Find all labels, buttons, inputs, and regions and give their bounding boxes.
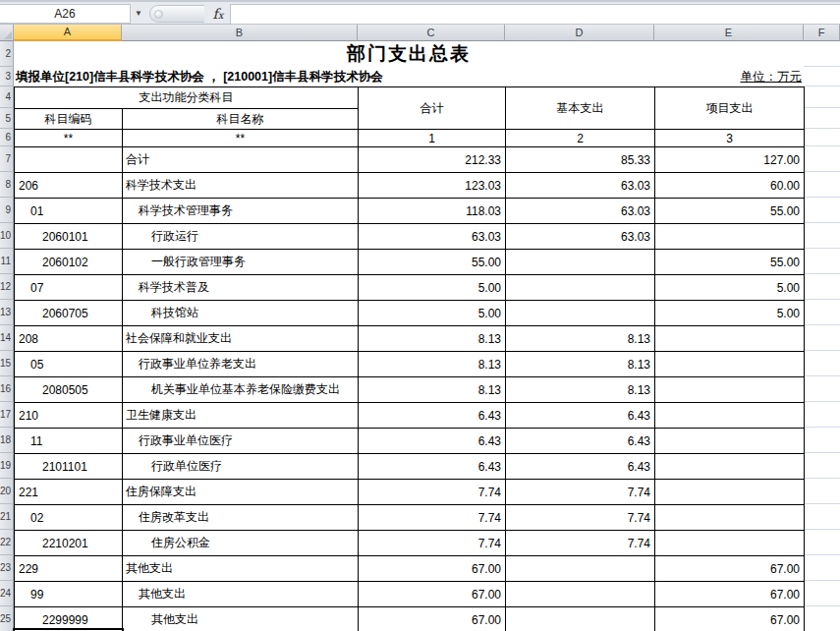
column-header-A[interactable]: A [14, 25, 122, 41]
cell-basic[interactable] [506, 556, 655, 582]
cell-project[interactable] [655, 352, 805, 377]
cell-total[interactable]: 6.43 [359, 454, 506, 480]
row-header-13[interactable]: 13 [0, 300, 14, 325]
cell-code[interactable]: 2060705 [15, 301, 123, 326]
cell-total[interactable]: 7.74 [359, 505, 506, 531]
cell-total[interactable]: 55.00 [359, 250, 506, 275]
cell-project[interactable]: 67.00 [655, 607, 805, 631]
cell-project[interactable]: 55.00 [655, 199, 805, 224]
cell-name[interactable]: 其他支出 [123, 607, 359, 631]
cell-name[interactable]: 科学技术普及 [123, 275, 359, 301]
cell-total[interactable]: 8.13 [359, 326, 506, 352]
cell-code[interactable]: 229 [15, 556, 123, 582]
cell-basic[interactable]: 6.43 [506, 454, 655, 480]
cell-name[interactable]: 行政运行 [123, 224, 359, 250]
cell-code[interactable]: 2210201 [15, 531, 123, 556]
cell-basic[interactable]: 85.33 [506, 147, 655, 173]
row-header-4[interactable]: 4 [0, 86, 14, 108]
row-header-14[interactable]: 14 [0, 325, 14, 351]
row-header-10[interactable]: 10 [0, 223, 14, 249]
cell-basic[interactable]: 7.74 [506, 505, 655, 531]
cell-name[interactable]: 社会保障和就业支出 [123, 326, 359, 352]
header-code-cell[interactable]: 科目编码 [15, 109, 123, 130]
cell-code[interactable]: 99 [15, 582, 123, 607]
column-header-E[interactable]: E [654, 25, 804, 41]
row-header-20[interactable]: 20 [0, 479, 14, 504]
cell-project[interactable] [655, 377, 805, 403]
cell-total[interactable]: 8.13 [359, 377, 506, 403]
cell-project[interactable]: 60.00 [655, 173, 805, 199]
row-header-5[interactable]: 5 [0, 108, 14, 129]
cell-code[interactable]: 2080505 [15, 377, 123, 403]
cell-project[interactable] [655, 505, 805, 531]
cell-total[interactable]: 5.00 [359, 275, 506, 301]
column-header-F[interactable]: F [804, 25, 840, 41]
unit-label-cell[interactable]: 单位：万元 [741, 67, 803, 86]
reporting-unit-cell[interactable]: 填报单位[210]信丰县科学技术协会 ， [210001]信丰县科学技术协会 [16, 67, 383, 86]
header-total-cell[interactable]: 合计 [359, 87, 506, 130]
cell-total[interactable]: 7.74 [359, 531, 506, 556]
header-colnum-1-cell[interactable]: 1 [359, 130, 506, 147]
cell-basic[interactable]: 63.03 [506, 173, 655, 199]
header-colnum-2-cell[interactable]: 2 [506, 130, 655, 147]
cell-basic[interactable] [506, 582, 655, 607]
cell-code[interactable]: 221 [15, 480, 123, 505]
cell-project[interactable]: 5.00 [655, 301, 805, 326]
column-header-C[interactable]: C [358, 25, 505, 41]
row-header-15[interactable]: 15 [0, 351, 14, 376]
cell-name[interactable]: 科技馆站 [123, 301, 359, 326]
cell-total[interactable]: 5.00 [359, 301, 506, 326]
header-name-cell[interactable]: 科目名称 [123, 109, 359, 130]
cell-code[interactable] [15, 147, 123, 173]
formula-input[interactable] [230, 4, 840, 25]
cell-code[interactable]: 206 [15, 173, 123, 199]
cell-project[interactable] [655, 403, 805, 429]
cell-name[interactable]: 科学技术管理事务 [123, 199, 359, 224]
cell-total[interactable]: 6.43 [359, 403, 506, 429]
cell-project[interactable] [655, 480, 805, 505]
cell-name[interactable]: 行政事业单位医疗 [123, 429, 359, 454]
cell-code[interactable]: 11 [15, 429, 123, 454]
cell-name[interactable]: 其他支出 [123, 582, 359, 607]
cell-basic[interactable]: 6.43 [506, 403, 655, 429]
cell-basic[interactable]: 6.43 [506, 429, 655, 454]
row-header-2[interactable]: 2 [0, 41, 14, 67]
cell-project[interactable] [655, 224, 805, 250]
name-box-dropdown-icon[interactable]: ▼ [131, 4, 146, 24]
cell-name[interactable]: 合计 [123, 147, 359, 173]
row-header-22[interactable]: 22 [0, 530, 14, 555]
cell-name[interactable]: 行政单位医疗 [123, 454, 359, 480]
cell-name[interactable]: 住房保障支出 [123, 480, 359, 505]
insert-function-icon[interactable]: fx [207, 4, 229, 24]
cell-name[interactable]: 住房改革支出 [123, 505, 359, 531]
cell-code[interactable]: 2060101 [15, 224, 123, 250]
header-stars-name-cell[interactable]: ** [123, 130, 359, 147]
row-header-3[interactable]: 3 [0, 67, 14, 86]
cell-total[interactable]: 8.13 [359, 352, 506, 377]
row-header-18[interactable]: 18 [0, 428, 14, 453]
cell-basic[interactable]: 7.74 [506, 480, 655, 505]
header-stars-code-cell[interactable]: ** [15, 130, 123, 147]
row-header-24[interactable]: 24 [0, 581, 14, 606]
cell-basic[interactable]: 7.74 [506, 531, 655, 556]
cell-basic[interactable]: 63.03 [506, 199, 655, 224]
row-header-8[interactable]: 8 [0, 172, 14, 198]
cell-project[interactable]: 67.00 [655, 556, 805, 582]
cell-name[interactable]: 机关事业单位基本养老保险缴费支出 [123, 377, 359, 403]
cell-project[interactable]: 55.00 [655, 250, 805, 275]
row-header-7[interactable]: 7 [0, 146, 14, 172]
cell-total[interactable]: 67.00 [359, 607, 506, 631]
row-header-12[interactable]: 12 [0, 274, 14, 300]
cell-total[interactable]: 7.74 [359, 480, 506, 505]
cell-code[interactable]: 208 [15, 326, 123, 352]
column-header-B[interactable]: B [122, 25, 358, 41]
row-header-19[interactable]: 19 [0, 453, 14, 479]
cell-total[interactable]: 6.43 [359, 429, 506, 454]
cell-code[interactable]: 07 [15, 275, 123, 301]
cell-code[interactable]: 05 [15, 352, 123, 377]
cell-name[interactable]: 卫生健康支出 [123, 403, 359, 429]
name-box[interactable]: A26 [0, 4, 131, 24]
header-colnum-3-cell[interactable]: 3 [655, 130, 805, 147]
row-header-21[interactable]: 21 [0, 504, 14, 530]
cell-project[interactable] [655, 429, 805, 454]
